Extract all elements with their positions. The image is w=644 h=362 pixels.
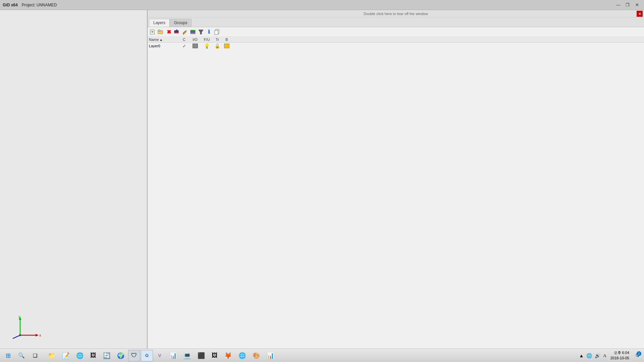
taskbar-app15[interactable]: 🌐 <box>235 350 249 361</box>
taskbar-right: ▲ 🌐 🔊 A 오후 6:04 2018-10-05 🗨 2 <box>578 350 642 361</box>
svg-rect-14 <box>174 32 178 33</box>
notification-badge: 2 <box>637 351 641 356</box>
col-header-c: C <box>179 38 189 42</box>
clock-date: 2018-10-05 <box>610 356 629 361</box>
tab-layers[interactable]: Layers <box>149 19 170 27</box>
axes-svg: y x <box>10 315 44 342</box>
window-controls: — ❐ ✕ <box>614 1 641 9</box>
taskbar-app13[interactable]: 🖼 <box>209 350 221 361</box>
start-button[interactable]: ⊞ <box>2 350 14 361</box>
taskbar-ie[interactable]: 🌐 <box>73 350 87 361</box>
taskbar-app5[interactable]: 🔄 <box>100 350 113 361</box>
tearoff-label: Double click here to tear off the window <box>364 12 428 16</box>
taskbar-firefox[interactable]: 🦊 <box>221 350 235 361</box>
open-layer-button[interactable] <box>157 28 164 36</box>
minimize-button[interactable]: — <box>614 1 623 9</box>
systray-keyboard[interactable]: A <box>602 352 607 359</box>
svg-point-7 <box>19 334 21 336</box>
taskbar-ppt[interactable]: 📊 <box>264 350 277 361</box>
layer-color-col[interactable] <box>189 44 201 48</box>
tab-groups[interactable]: Groups <box>170 19 192 27</box>
layer-check-col[interactable]: ✓ <box>179 44 189 49</box>
rename-button[interactable] <box>181 28 189 36</box>
systray-show-hidden[interactable]: ▲ <box>578 352 584 359</box>
taskbar-app7[interactable]: 🛡 <box>128 350 140 361</box>
col-header-io: I/O <box>189 38 201 42</box>
taskbar-left: ⊞ 🔍 ❑ 📁 📝 🌐 🖼 🔄 🌍 🛡 G V 📊 💻 ⬛ 🖼 🦊 🌐 🎨 📊 <box>2 350 277 361</box>
col-header-b: B <box>222 38 231 42</box>
svg-rect-12 <box>158 30 160 31</box>
axes-indicator: y x <box>10 315 44 342</box>
taskbar: ⊞ 🔍 ❑ 📁 📝 🌐 🖼 🔄 🌍 🛡 G V 📊 💻 ⬛ 🖼 🦊 🌐 🎨 📊 <box>0 349 644 362</box>
app-title: GiD x64 <box>3 3 18 7</box>
taskbar-terminal[interactable]: ⬛ <box>195 350 208 361</box>
info-button[interactable]: ℹ <box>205 28 213 36</box>
task-view-button[interactable]: ❑ <box>29 350 41 361</box>
svg-line-6 <box>13 335 20 339</box>
taskbar-gid[interactable]: G <box>141 350 153 361</box>
move-up-button[interactable] <box>173 28 180 36</box>
new-layer-button[interactable] <box>149 28 156 36</box>
systray: ▲ 🌐 🔊 A <box>578 352 607 359</box>
tearoff-close-button[interactable]: ✕ <box>637 11 643 17</box>
layer-table: Name ▲ C I/O F/U Tr B <box>148 37 644 49</box>
table-row[interactable]: Layer0 ✓ 💡 🔓 <box>148 43 644 49</box>
layers-toolbar: ✖ <box>148 27 644 37</box>
svg-text:y: y <box>18 315 20 318</box>
taskbar-apps: 📁 📝 🌐 🖼 🔄 🌍 🛡 G V 📊 💻 ⬛ 🖼 🦊 🌐 🎨 📊 <box>45 350 277 361</box>
taskbar-clock[interactable]: 오후 6:04 2018-10-05 <box>609 350 631 361</box>
layer-light-icon: 💡 <box>204 43 210 49</box>
taskbar-word[interactable]: 📝 <box>59 350 72 361</box>
clock-time: 오후 6:04 <box>610 350 629 355</box>
layers-icon-button[interactable] <box>189 28 197 36</box>
tabs-bar: Layers Groups <box>148 17 644 27</box>
layer-name-cell: Layer0 <box>149 44 179 48</box>
svg-rect-20 <box>191 30 195 31</box>
svg-text:x: x <box>39 333 41 337</box>
layer-color-swatch[interactable] <box>193 44 198 48</box>
taskbar-file-explorer[interactable]: 📁 <box>45 350 58 361</box>
svg-rect-23 <box>215 31 218 35</box>
taskbar-photos[interactable]: 🖼 <box>87 350 99 361</box>
col-header-fu: F/U <box>201 38 213 42</box>
svg-rect-19 <box>191 32 195 33</box>
layer-b-swatch[interactable] <box>224 44 229 48</box>
layer-lock-col[interactable]: 🔓 <box>213 44 222 49</box>
titlebar-left: GiD x64 Project: UNNAMED <box>3 3 57 7</box>
layer-light-col[interactable]: 💡 <box>201 43 213 49</box>
systray-network[interactable]: 🌐 <box>586 352 593 359</box>
taskbar-chrome[interactable]: 🌍 <box>114 350 127 361</box>
taskbar-app16[interactable]: 🎨 <box>250 350 263 361</box>
layer-active-check: ✓ <box>182 44 186 49</box>
svg-marker-16 <box>176 29 178 31</box>
titlebar: GiD x64 Project: UNNAMED — ❐ ✕ <box>0 0 644 10</box>
maximize-button[interactable]: ❐ <box>623 1 632 9</box>
col-header-name[interactable]: Name ▲ <box>149 38 179 42</box>
layer-name: Layer0 <box>149 44 160 48</box>
svg-marker-21 <box>199 30 203 34</box>
svg-rect-18 <box>191 33 195 34</box>
systray-volume[interactable]: 🔊 <box>594 352 601 359</box>
delete-layer-button[interactable]: ✖ <box>165 28 172 36</box>
main-layout: y x Double click here to tear off the wi… <box>0 10 644 349</box>
filter-button[interactable] <box>197 28 205 36</box>
taskbar-vs[interactable]: V <box>154 350 166 361</box>
copy-button[interactable] <box>213 28 221 36</box>
col-header-tr: Tr <box>213 38 222 42</box>
svg-marker-4 <box>36 334 39 337</box>
taskbar-app10[interactable]: 📊 <box>166 350 180 361</box>
layer-lock-icon: 🔓 <box>215 44 220 49</box>
layer-table-header: Name ▲ C I/O F/U Tr B <box>148 37 644 43</box>
viewport[interactable]: y x <box>0 10 148 349</box>
notification-button[interactable]: 🗨 2 <box>633 350 642 361</box>
taskbar-app11[interactable]: 💻 <box>180 350 194 361</box>
tearoff-bar[interactable]: Double click here to tear off the window… <box>148 10 644 17</box>
close-button[interactable]: ✕ <box>633 1 641 9</box>
project-title: Project: UNNAMED <box>22 3 57 7</box>
right-panel: Double click here to tear off the window… <box>148 10 644 349</box>
search-button[interactable]: 🔍 <box>15 350 28 361</box>
layer-b-col[interactable] <box>222 44 231 48</box>
